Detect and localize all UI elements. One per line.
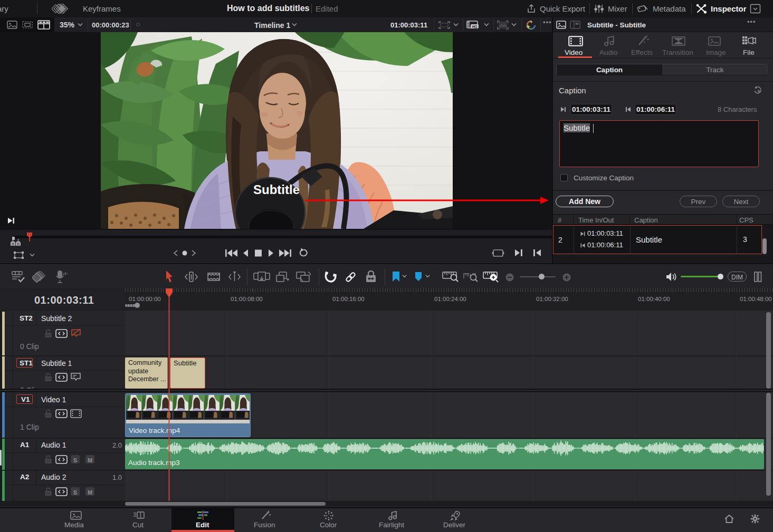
- svg-text:Subtitle: Subtitle: [253, 182, 300, 197]
- svg-text:HQ: HQ: [472, 25, 478, 29]
